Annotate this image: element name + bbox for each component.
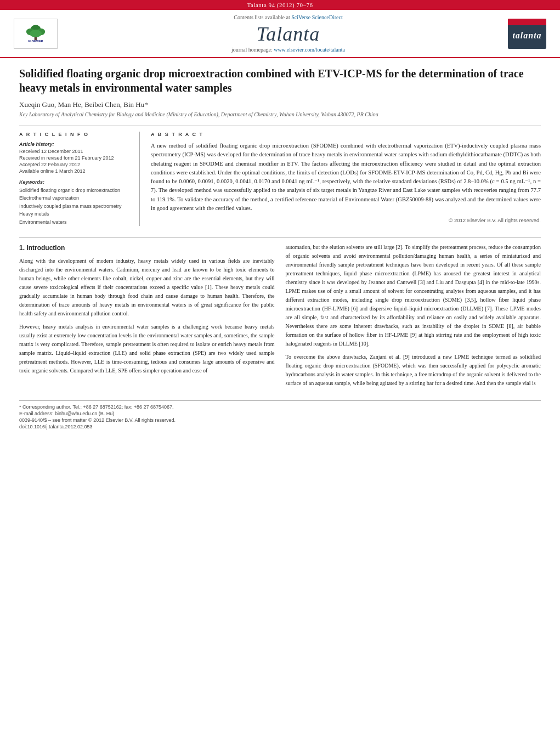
available-online-date: Available online 1 March 2012 <box>19 168 131 174</box>
abstract-heading: A B S T R A C T <box>151 132 541 137</box>
keywords-list: Solidified floating organic drop microex… <box>19 186 131 226</box>
article-authors: Xueqin Guo, Man He, Beibei Chen, Bin Hu* <box>19 100 541 109</box>
svg-point-5 <box>30 30 42 37</box>
journal-homepage: journal homepage: www.elsevier.com/locat… <box>231 47 345 53</box>
intro-section-title: 1. Introduction <box>19 243 275 253</box>
received-date: Received 12 December 2011 <box>19 149 131 154</box>
copyright: © 2012 Elsevier B.V. All rights reserved… <box>151 217 541 223</box>
journal-citation: Talanta 94 (2012) 70–76 <box>247 2 313 8</box>
intro-title: Introduction <box>26 244 65 252</box>
article-content: Solidified floating organic drop microex… <box>0 58 560 741</box>
journal-header: ELSEVIER Contents lists available at Sci… <box>0 10 560 58</box>
keyword-5: Environmental waters <box>19 218 131 226</box>
footnote-doi: doi:10.1016/j.talanta.2012.02.053 <box>19 424 541 429</box>
journal-center: Contents lists available at SciVerse Sci… <box>71 14 505 53</box>
elsevier-logo-image: ELSEVIER <box>14 19 58 49</box>
authors-text: Xueqin Guo, Man He, Beibei Chen, Bin Hu* <box>19 100 148 109</box>
homepage-link[interactable]: www.elsevier.com/locate/talanta <box>274 47 345 53</box>
abstract-text: A new method of solidified floating orga… <box>151 142 541 213</box>
talanta-logo-text: talanta <box>512 31 541 41</box>
intro-left-col: 1. Introduction Along with the developme… <box>19 243 275 392</box>
introduction-section: 1. Introduction Along with the developme… <box>19 243 541 392</box>
talanta-logo: talanta <box>508 19 546 49</box>
keywords-section: Keywords: Solidified floating organic dr… <box>19 179 131 226</box>
journal-title: Talanta <box>257 22 320 46</box>
footnotes-area: * Corresponding author. Tel.: +86 27 687… <box>19 400 541 429</box>
article-info-col: A R T I C L E I N F O Article history: R… <box>19 132 140 226</box>
journal-citation-bar: Talanta 94 (2012) 70–76 <box>0 0 560 10</box>
talanta-logo-box: talanta <box>505 19 549 49</box>
article-title: Solidified floating organic drop microex… <box>19 66 541 95</box>
sciverse-prefix: Contents lists available at <box>234 14 291 20</box>
footnote-issn: 0039-9140/$ – see front matter © 2012 El… <box>19 417 541 423</box>
keywords-label: Keywords: <box>19 179 131 185</box>
article-info-heading: A R T I C L E I N F O <box>19 132 131 137</box>
body-divider <box>19 237 541 237</box>
keyword-1: Solidified floating organic drop microex… <box>19 186 131 194</box>
svg-text:ELSEVIER: ELSEVIER <box>29 39 43 42</box>
affiliation-text: Key Laboratory of Analytical Chemistry f… <box>19 111 378 117</box>
sciverse-line: Contents lists available at SciVerse Sci… <box>234 14 343 20</box>
intro-paragraph-1: Along with the development of modern ind… <box>19 257 275 318</box>
intro-right-col: automation, but the elution solvents are… <box>286 243 541 392</box>
elsevier-logo: ELSEVIER <box>11 19 60 49</box>
keyword-4: Heavy metals <box>19 210 131 218</box>
footnote-star: * Corresponding author. Tel.: +86 27 687… <box>19 404 541 410</box>
intro-paragraph-4: To overcome the above drawbacks, Zanjani… <box>286 353 541 388</box>
abstract-col: A B S T R A C T A new method of solidifi… <box>151 132 541 226</box>
accepted-date: Accepted 22 February 2012 <box>19 162 131 167</box>
sciverse-link[interactable]: SciVerse ScienceDirect <box>291 14 343 20</box>
homepage-prefix: journal homepage: <box>231 47 274 53</box>
intro-paragraph-3: automation, but the elution solvents are… <box>286 243 541 348</box>
keyword-3: Inductively coupled plasma mass spectrom… <box>19 202 131 210</box>
article-affiliation: Key Laboratory of Analytical Chemistry f… <box>19 111 541 117</box>
footnote-email: E-mail address: binhu@whu.edu.cn (B. Hu)… <box>19 411 541 416</box>
page: Talanta 94 (2012) 70–76 ELSEVIER <box>0 0 560 741</box>
history-label: Article history: <box>19 142 131 147</box>
intro-number: 1. <box>19 244 25 252</box>
intro-paragraph-2: However, heavy metals analysis in enviro… <box>19 323 275 375</box>
received-revised-date: Received in revised form 21 February 201… <box>19 155 131 161</box>
article-info-abstract: A R T I C L E I N F O Article history: R… <box>19 126 541 226</box>
keyword-2: Electrothermal vaporization <box>19 194 131 202</box>
